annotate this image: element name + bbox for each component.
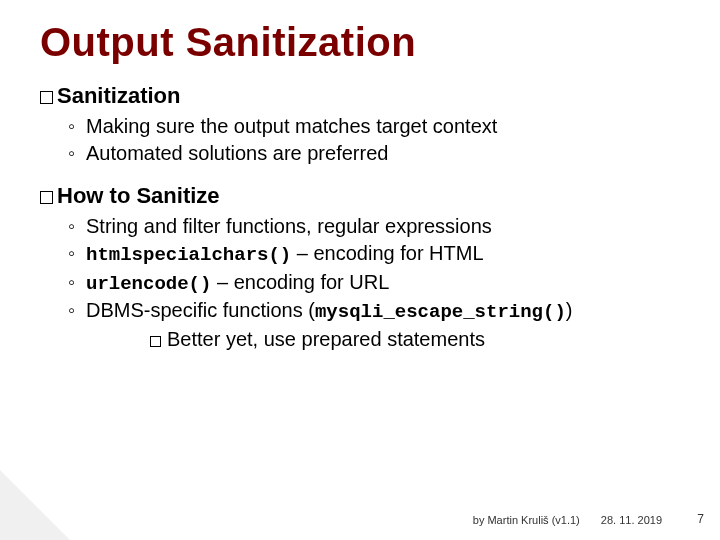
footer-date: 28. 11. 2019 [601,514,662,526]
list-item: urlencode() – encoding for URL [68,269,680,298]
section-heading-text: How to Sanitize [57,183,220,208]
code-mysqli-escape-string: mysqli_escape_string() [315,301,566,323]
section-heading-how-to-sanitize: How to Sanitize [40,183,680,209]
list-item-text: – encoding for URL [211,271,389,293]
footer: by Martin Kruliš (v1.1) 28. 11. 2019 7 [473,514,680,526]
bullet-square-icon [150,336,161,347]
list-item-text: ) [566,299,573,321]
list-item-text: – encoding for HTML [291,242,483,264]
section-heading-sanitization: Sanitization [40,83,680,109]
sub-list-item: Better yet, use prepared statements [132,326,680,353]
bullet-square-icon [40,191,53,204]
list-item: DBMS-specific functions (mysqli_escape_s… [68,297,680,353]
slide: Output Sanitization Sanitization Making … [0,0,720,540]
page-number: 7 [697,512,704,526]
list-item-text: Automated solutions are preferred [86,142,388,164]
list-item-text: DBMS-specific functions ( [86,299,315,321]
list-item: Making sure the output matches target co… [68,113,680,140]
code-htmlspecialchars: htmlspecialchars() [86,244,291,266]
code-urlencode: urlencode() [86,273,211,295]
section-list-sanitization: Making sure the output matches target co… [68,113,680,167]
list-item-text: Making sure the output matches target co… [86,115,497,137]
section-heading-text: Sanitization [57,83,180,108]
list-item: htmlspecialchars() – encoding for HTML [68,240,680,269]
footer-author: by Martin Kruliš (v1.1) [473,514,580,526]
corner-decoration [0,470,70,540]
bullet-square-icon [40,91,53,104]
list-item: String and filter functions, regular exp… [68,213,680,240]
list-item: Automated solutions are preferred [68,140,680,167]
sub-list-item-text: Better yet, use prepared statements [167,328,485,350]
list-item-text: String and filter functions, regular exp… [86,215,492,237]
slide-title: Output Sanitization [40,20,680,65]
section-list-how-to-sanitize: String and filter functions, regular exp… [68,213,680,353]
